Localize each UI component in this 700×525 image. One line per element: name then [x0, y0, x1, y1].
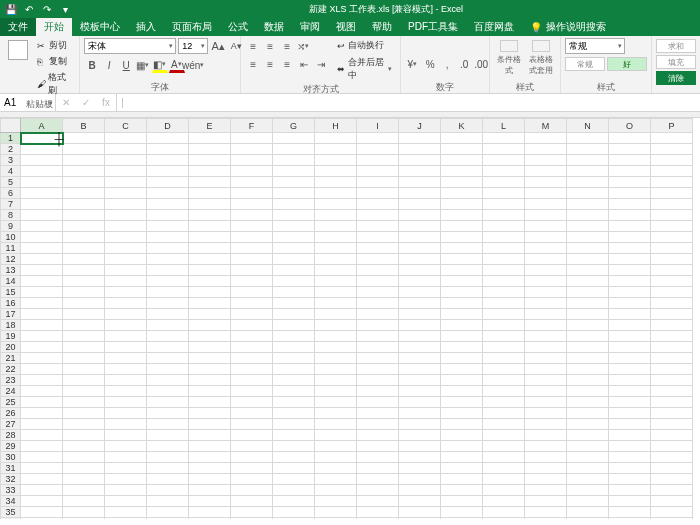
- cell[interactable]: [441, 133, 483, 144]
- cell[interactable]: [441, 210, 483, 221]
- cell[interactable]: [105, 485, 147, 496]
- conditional-format-button[interactable]: 条件格式: [494, 38, 524, 76]
- cell[interactable]: [609, 474, 651, 485]
- cell[interactable]: [483, 452, 525, 463]
- cell[interactable]: [21, 155, 63, 166]
- cell[interactable]: [609, 386, 651, 397]
- cell[interactable]: [315, 254, 357, 265]
- cell[interactable]: [651, 232, 693, 243]
- cell[interactable]: [21, 309, 63, 320]
- cell[interactable]: [147, 133, 189, 144]
- cell[interactable]: [441, 419, 483, 430]
- cell[interactable]: [273, 265, 315, 276]
- cell[interactable]: [609, 221, 651, 232]
- align-left-button[interactable]: ≡: [245, 56, 261, 72]
- cell[interactable]: [609, 254, 651, 265]
- cell[interactable]: [231, 485, 273, 496]
- cell[interactable]: [21, 518, 63, 520]
- cell[interactable]: [105, 474, 147, 485]
- cell[interactable]: [441, 430, 483, 441]
- row-header[interactable]: 11: [1, 243, 21, 254]
- cell[interactable]: [567, 133, 609, 144]
- cell[interactable]: [651, 309, 693, 320]
- bold-button[interactable]: B: [84, 57, 100, 73]
- merge-center-button[interactable]: ⬌合并后居中▾: [335, 55, 396, 83]
- cell[interactable]: [105, 386, 147, 397]
- spreadsheet-grid[interactable]: ABCDEFGHIJKLMNOP1┼2345678910111213141516…: [0, 118, 700, 519]
- tab-help[interactable]: 帮助: [364, 18, 400, 36]
- cell[interactable]: [609, 331, 651, 342]
- cell[interactable]: [21, 397, 63, 408]
- cell[interactable]: [105, 166, 147, 177]
- cell[interactable]: [525, 265, 567, 276]
- cell[interactable]: [273, 221, 315, 232]
- cell[interactable]: [189, 430, 231, 441]
- cell[interactable]: [651, 331, 693, 342]
- cell[interactable]: [357, 375, 399, 386]
- cell[interactable]: [189, 496, 231, 507]
- cell[interactable]: [525, 463, 567, 474]
- row-header[interactable]: 6: [1, 188, 21, 199]
- cell[interactable]: [399, 375, 441, 386]
- cell[interactable]: [441, 386, 483, 397]
- cell[interactable]: [189, 320, 231, 331]
- cell[interactable]: [441, 320, 483, 331]
- currency-button[interactable]: ¥▾: [405, 56, 421, 72]
- cell[interactable]: [525, 342, 567, 353]
- cell[interactable]: [315, 199, 357, 210]
- cell[interactable]: [147, 397, 189, 408]
- cell[interactable]: [567, 320, 609, 331]
- cell[interactable]: [567, 485, 609, 496]
- cell[interactable]: [525, 155, 567, 166]
- cell[interactable]: [483, 375, 525, 386]
- cell[interactable]: [609, 507, 651, 518]
- cell[interactable]: [21, 320, 63, 331]
- cell[interactable]: [651, 287, 693, 298]
- cell[interactable]: [63, 276, 105, 287]
- cell[interactable]: [105, 243, 147, 254]
- cell[interactable]: [147, 221, 189, 232]
- cell[interactable]: [21, 386, 63, 397]
- cell[interactable]: [567, 276, 609, 287]
- cell[interactable]: [63, 507, 105, 518]
- cell[interactable]: [189, 364, 231, 375]
- cell[interactable]: [357, 386, 399, 397]
- cell[interactable]: [147, 309, 189, 320]
- cell[interactable]: [567, 309, 609, 320]
- cell[interactable]: [399, 331, 441, 342]
- cell[interactable]: [609, 265, 651, 276]
- cell[interactable]: [525, 353, 567, 364]
- cell[interactable]: [231, 232, 273, 243]
- cell[interactable]: [273, 331, 315, 342]
- cell[interactable]: [147, 353, 189, 364]
- cell[interactable]: [315, 331, 357, 342]
- fx-button[interactable]: fx: [96, 97, 116, 108]
- cell[interactable]: [105, 375, 147, 386]
- cell[interactable]: [609, 419, 651, 430]
- cell[interactable]: [273, 177, 315, 188]
- tab-data[interactable]: 数据: [256, 18, 292, 36]
- cell[interactable]: [357, 518, 399, 520]
- cell[interactable]: [399, 144, 441, 155]
- cell[interactable]: [63, 386, 105, 397]
- cell[interactable]: [525, 386, 567, 397]
- cell[interactable]: [105, 265, 147, 276]
- cell[interactable]: [441, 177, 483, 188]
- cell[interactable]: [147, 419, 189, 430]
- cell[interactable]: [315, 397, 357, 408]
- cell[interactable]: [315, 144, 357, 155]
- cell[interactable]: [651, 474, 693, 485]
- cell[interactable]: [399, 166, 441, 177]
- tab-insert[interactable]: 插入: [128, 18, 164, 36]
- row-header[interactable]: 36: [1, 518, 21, 520]
- cell[interactable]: [483, 342, 525, 353]
- cell[interactable]: [483, 474, 525, 485]
- cell[interactable]: [21, 496, 63, 507]
- cell[interactable]: [273, 144, 315, 155]
- cell[interactable]: [273, 298, 315, 309]
- column-header[interactable]: D: [147, 119, 189, 133]
- cell[interactable]: [609, 408, 651, 419]
- cell[interactable]: [273, 232, 315, 243]
- cell[interactable]: [609, 441, 651, 452]
- cell[interactable]: [567, 353, 609, 364]
